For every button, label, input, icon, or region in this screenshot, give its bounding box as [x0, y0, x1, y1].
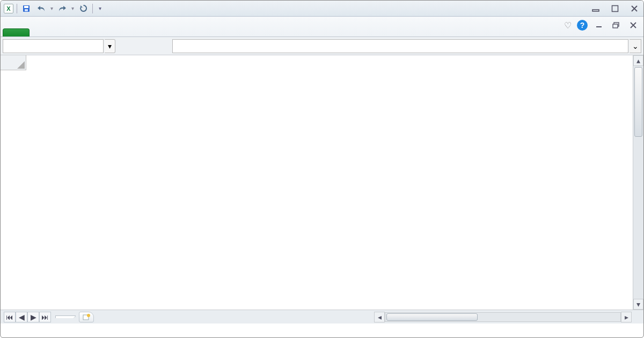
save-button[interactable] — [20, 3, 32, 14]
new-sheet-button[interactable] — [79, 312, 94, 322]
formula-input[interactable] — [172, 39, 628, 53]
scroll-right-button[interactable]: ▸ — [621, 312, 632, 322]
tab-view[interactable] — [171, 28, 193, 36]
svg-rect-4 — [612, 5, 618, 11]
repeat-button[interactable] — [77, 3, 89, 14]
svg-rect-3 — [592, 10, 599, 11]
workbook-close-button[interactable] — [627, 20, 639, 30]
close-button[interactable] — [628, 4, 640, 13]
sheet-tab-bar: ⏮ ◀ ▶ ⏭ ◂ ▸ — [1, 310, 643, 324]
sheet-nav-prev-button[interactable]: ◀ — [16, 312, 27, 322]
svg-rect-1 — [24, 6, 28, 8]
tab-review[interactable] — [150, 28, 171, 36]
tab-home[interactable] — [42, 28, 64, 36]
help-button[interactable]: ? — [577, 20, 588, 31]
insert-function-button[interactable] — [153, 39, 171, 53]
select-all-button[interactable] — [1, 55, 26, 70]
sheet-nav-last-button[interactable]: ⏭ — [39, 312, 51, 322]
scroll-up-button[interactable]: ▴ — [633, 55, 643, 66]
ribbon-minimize-icon[interactable]: ♡ — [564, 20, 572, 31]
formula-bar-expand-button[interactable]: ⌄ — [630, 39, 641, 53]
svg-point-9 — [87, 314, 90, 317]
tab-insert[interactable] — [64, 28, 85, 36]
tab-data[interactable] — [128, 28, 150, 36]
horizontal-scroll-thumb[interactable] — [386, 313, 478, 321]
vertical-scrollbar[interactable]: ▴ ▾ — [633, 55, 643, 310]
svg-rect-5 — [596, 26, 602, 27]
svg-rect-2 — [25, 9, 28, 11]
excel-icon: X — [4, 4, 13, 13]
sheet-nav-next-button[interactable]: ▶ — [27, 312, 39, 322]
name-box[interactable] — [3, 39, 104, 53]
title-bar: X ▾ ▾ ▾ — [1, 1, 643, 17]
sheet-nav-first-button[interactable]: ⏮ — [4, 312, 16, 322]
grid: ▴ ▾ — [1, 55, 643, 310]
redo-button[interactable] — [56, 3, 68, 14]
horizontal-scrollbar[interactable]: ◂ ▸ — [374, 312, 632, 322]
vertical-scroll-thumb[interactable] — [634, 67, 642, 137]
maximize-button[interactable] — [609, 4, 621, 13]
formula-bar: ▾ ⌄ — [1, 37, 643, 55]
qat-customize-button[interactable]: ▾ — [96, 3, 104, 14]
tab-page-layout[interactable] — [85, 28, 107, 36]
ribbon: ♡ ? — [1, 17, 643, 37]
undo-button[interactable] — [35, 3, 47, 14]
scroll-down-button[interactable]: ▾ — [633, 299, 643, 310]
name-box-dropdown[interactable]: ▾ — [105, 39, 115, 53]
file-tab[interactable] — [3, 28, 30, 36]
minimize-button[interactable] — [590, 4, 602, 13]
workbook-restore-button[interactable] — [610, 20, 622, 30]
workbook-minimize-button[interactable] — [593, 20, 605, 30]
sheet-tab-sheet1[interactable] — [55, 315, 76, 318]
svg-rect-7 — [613, 24, 618, 28]
scroll-left-button[interactable]: ◂ — [374, 312, 385, 322]
tab-formulas[interactable] — [107, 28, 128, 36]
